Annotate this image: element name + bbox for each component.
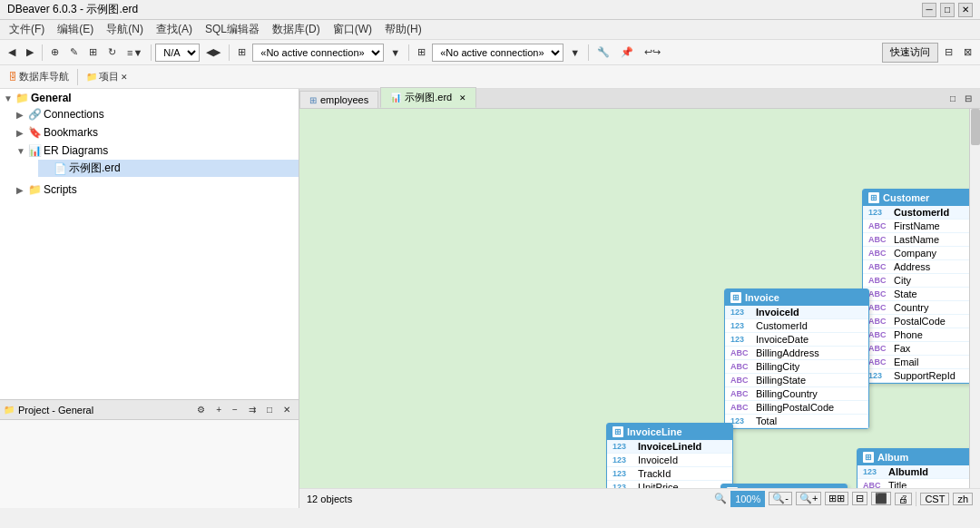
- tree-label-connections: Connections: [44, 108, 104, 121]
- zoom-in-btn[interactable]: 🔍+: [796, 492, 821, 505]
- panel-close-btn[interactable]: ✕: [279, 400, 295, 420]
- entity-album[interactable]: ⊞ Album 123 AlbumId ABC Title 123 Artist…: [857, 448, 975, 488]
- panel-add-btn[interactable]: +: [211, 400, 226, 420]
- tree-item-scripts[interactable]: ▶ 📁 Scripts: [13, 182, 299, 197]
- panel-arrow-btn[interactable]: ⇉: [244, 400, 260, 420]
- search-icon[interactable]: 🔍: [714, 493, 727, 504]
- browse-btn[interactable]: ⊞: [84, 43, 102, 63]
- panel-minus-btn[interactable]: −: [228, 400, 242, 420]
- field-company: Company: [894, 248, 936, 259]
- conn2-combo[interactable]: «No active connection»: [432, 44, 564, 62]
- invoice-field-address: ABC BillingAddress: [725, 347, 868, 360]
- icon-btn5[interactable]: ↩↪: [640, 43, 665, 63]
- invoice-type7: ABC: [730, 389, 752, 398]
- menu-nav[interactable]: 导航(N): [101, 20, 149, 39]
- quick-access-btn[interactable]: 快速访问: [882, 43, 938, 63]
- conn2-drop[interactable]: ▼: [565, 43, 584, 63]
- entity-invoiceline-name: InvoiceLine: [627, 426, 682, 437]
- tab-erd[interactable]: 📊 示例图.erd ✕: [380, 87, 476, 108]
- tab-employees[interactable]: ⊞ employees: [299, 91, 378, 108]
- window-controls: ─ □ ✕: [922, 3, 973, 17]
- conn1-drop[interactable]: ▼: [386, 43, 405, 63]
- bottom-panel-tab: 📁 Project - General ⚙ + − ⇉ □ ✕: [0, 400, 299, 420]
- tree-scripts: ▶ 📁 Scripts: [0, 181, 299, 199]
- customer-field-company: ABC Company: [863, 247, 980, 260]
- invoice-field-country: ABC BillingCountry: [725, 387, 868, 401]
- maximize-btn[interactable]: □: [940, 3, 955, 17]
- panel-min-btn[interactable]: □: [262, 400, 277, 420]
- editor-area: ⊞ employees 📊 示例图.erd ✕ □ ⊟: [299, 89, 980, 508]
- invoice-type1: 123: [730, 308, 752, 317]
- new-btn[interactable]: ⊕: [46, 43, 64, 63]
- tree-label-scripts: Scripts: [44, 183, 77, 196]
- menu-help[interactable]: 帮助(H): [379, 20, 427, 39]
- arrow-btn[interactable]: ◀▶: [201, 43, 225, 63]
- menu-db[interactable]: 数据库(D): [267, 20, 326, 39]
- menu-bar: 文件(F) 编辑(E) 导航(N) 查找(A) SQL编辑器 数据库(D) 窗口…: [0, 20, 980, 40]
- track-table-icon: ⊞: [727, 487, 738, 488]
- tab-erd-close[interactable]: ✕: [459, 93, 466, 103]
- export-btn[interactable]: ⬛: [871, 492, 891, 505]
- print-btn[interactable]: 🖨: [895, 493, 912, 505]
- icon-btn1[interactable]: ⊞: [233, 43, 250, 63]
- entity-track[interactable]: ⊞ Track 123 TrackId ABC Name 123 AlbumId: [720, 484, 848, 488]
- zoom-out-btn[interactable]: 🔍-: [769, 492, 792, 505]
- project-btn[interactable]: 📁 项目 ✕: [82, 67, 132, 87]
- vertical-scrollbar[interactable]: [969, 109, 980, 488]
- tab-max-btn[interactable]: ⊟: [960, 88, 976, 108]
- menu-edit[interactable]: 编辑(E): [52, 20, 99, 39]
- menu-file[interactable]: 文件(F): [4, 20, 50, 39]
- field-city: City: [894, 275, 911, 286]
- tree-label-general: General: [31, 92, 72, 104]
- entity-invoice[interactable]: ⊞ Invoice 123 InvoiceId 123 CustomerId 1…: [724, 288, 869, 429]
- lang-label: zh: [953, 493, 973, 505]
- entity-invoiceline[interactable]: ⊞ InvoiceLine 123 InvoiceLineId 123 Invo…: [606, 423, 733, 488]
- er-canvas[interactable]: ⊞ Customer 123 CustomerId ABC FirstName …: [299, 109, 980, 488]
- icon-btn3[interactable]: 🔧: [593, 43, 614, 63]
- menu-find[interactable]: 查找(A): [151, 20, 198, 39]
- back-btn[interactable]: ◀: [4, 43, 20, 63]
- panel-settings-btn[interactable]: ⚙: [192, 400, 210, 420]
- tree-item-er[interactable]: ▼ 📊 ER Diagrams: [13, 143, 299, 158]
- refresh-btn[interactable]: ↻: [103, 43, 121, 63]
- icon-btn2[interactable]: ⊞: [413, 43, 430, 63]
- field-type-abc3: ABC: [868, 249, 890, 258]
- tree-item-connections[interactable]: ▶ 🔗 Connections: [13, 107, 299, 122]
- filter-btn[interactable]: ≡▼: [122, 43, 147, 63]
- toggle-connections: ▶: [16, 110, 25, 120]
- layout-btn1[interactable]: ⊟: [940, 43, 957, 63]
- grid-btn[interactable]: ⊞⊞: [825, 492, 848, 505]
- tree-item-erd-file[interactable]: 📄 示例图.erd: [38, 160, 299, 177]
- menu-sql[interactable]: SQL编辑器: [200, 20, 265, 39]
- tree-item-general[interactable]: ▼ 📁 General: [0, 91, 299, 105]
- forward-btn[interactable]: ▶: [22, 43, 38, 63]
- customer-field-country: ABC Country: [863, 301, 980, 315]
- tab-controls: □ ⊟: [946, 88, 980, 108]
- field-invoicelineid: InvoiceLineId: [638, 441, 701, 452]
- folder-icon: 📁: [15, 92, 28, 104]
- menu-window[interactable]: 窗口(W): [328, 20, 377, 39]
- field-il-trackid: TrackId: [638, 468, 671, 479]
- close-btn[interactable]: ✕: [958, 3, 973, 17]
- invoice-field-id: 123 InvoiceId: [725, 306, 868, 319]
- edit-btn[interactable]: ✎: [65, 43, 83, 63]
- entity-customer[interactable]: ⊞ Customer 123 CustomerId ABC FirstName …: [862, 189, 980, 384]
- na-combo[interactable]: N/A: [155, 44, 200, 62]
- minimize-btn[interactable]: ─: [922, 3, 936, 17]
- bottom-panel: 📁 Project - General ⚙ + − ⇉ □ ✕: [0, 399, 299, 508]
- tab-min-btn[interactable]: □: [946, 88, 960, 108]
- al-type1: 123: [863, 467, 885, 476]
- tree-item-bookmarks[interactable]: ▶ 🔖 Bookmarks: [13, 125, 299, 140]
- field-type-abc11: ABC: [868, 357, 890, 367]
- conn1-combo[interactable]: «No active connection»: [252, 44, 384, 62]
- db-nav-btn[interactable]: 🗄 数据库导航: [4, 67, 74, 87]
- layout-btn2[interactable]: ⊠: [959, 43, 976, 63]
- zoom-value: 100%: [735, 494, 760, 504]
- layout-btn[interactable]: ⊟: [852, 492, 867, 505]
- title-bar: DBeaver 6.0.3 - 示例图.erd ─ □ ✕: [0, 0, 980, 20]
- bottom-panel-content: [0, 420, 299, 508]
- customer-field-phone: ABC Phone: [863, 328, 980, 342]
- icon-btn4[interactable]: 📌: [616, 43, 638, 63]
- scrollbar-thumb[interactable]: [971, 109, 980, 145]
- field-billingcountry: BillingCountry: [756, 388, 818, 399]
